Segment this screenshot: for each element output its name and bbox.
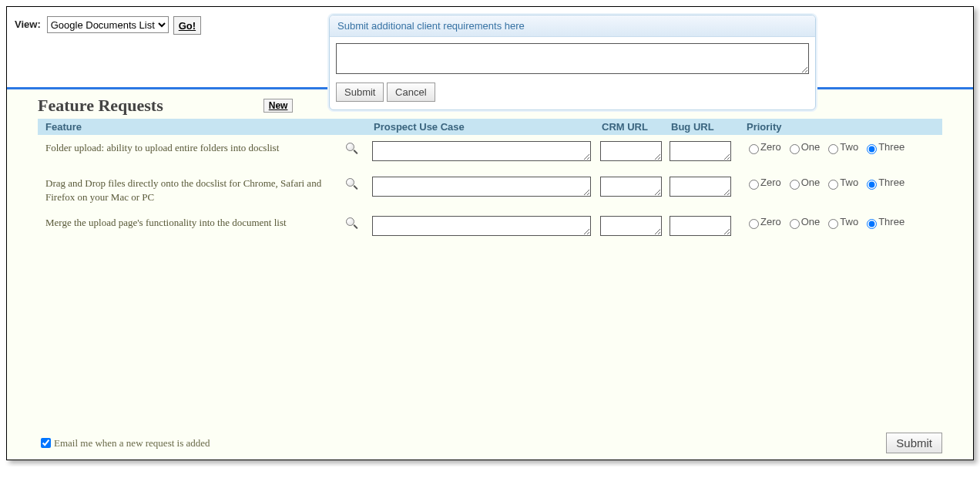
priority-option[interactable]: Zero bbox=[745, 177, 781, 188]
crm-url-input[interactable] bbox=[600, 141, 662, 161]
col-header-feature: Feature bbox=[38, 121, 374, 133]
priority-option[interactable]: One bbox=[786, 216, 821, 227]
feature-text: Drag and Drop files directly onto the do… bbox=[38, 177, 346, 204]
priority-radio[interactable] bbox=[790, 219, 800, 229]
priority-radio[interactable] bbox=[790, 180, 800, 190]
priority-option[interactable]: Two bbox=[824, 177, 858, 188]
submit-button[interactable]: Submit bbox=[886, 433, 942, 453]
table-row: Merge the upload page's functionality in… bbox=[38, 210, 942, 245]
priority-option[interactable]: Zero bbox=[745, 141, 781, 153]
priority-radio[interactable] bbox=[867, 180, 877, 190]
magnify-cell bbox=[346, 141, 372, 158]
priority-radio[interactable] bbox=[749, 144, 759, 154]
table-header: Feature Prospect Use Case CRM URL Bug UR… bbox=[38, 119, 942, 135]
feature-text: Folder upload: ability to upload entire … bbox=[38, 141, 346, 155]
app-frame: View: Google Documents List Go! Submit a… bbox=[6, 6, 974, 460]
email-label: Email me when a new request is added bbox=[54, 437, 210, 450]
priority-radio[interactable] bbox=[867, 219, 877, 229]
priority-radio[interactable] bbox=[790, 144, 800, 154]
col-header-prospect: Prospect Use Case bbox=[374, 121, 602, 133]
prospect-input[interactable] bbox=[372, 177, 591, 197]
magnify-cell bbox=[346, 216, 372, 233]
requirements-panel-title: Submit additional client requirements he… bbox=[330, 15, 815, 37]
go-button[interactable]: Go! bbox=[173, 16, 201, 35]
magnify-icon[interactable] bbox=[346, 217, 358, 230]
priority-radio[interactable] bbox=[749, 219, 759, 229]
requirements-cancel-button[interactable]: Cancel bbox=[387, 82, 435, 102]
priority-option[interactable]: Zero bbox=[745, 216, 781, 227]
page-title: Feature Requests bbox=[38, 96, 163, 116]
magnify-icon[interactable] bbox=[346, 178, 358, 190]
col-header-crm: CRM URL bbox=[602, 121, 671, 133]
crm-url-input[interactable] bbox=[600, 216, 662, 236]
requirements-submit-button[interactable]: Submit bbox=[336, 82, 384, 102]
priority-radio[interactable] bbox=[828, 144, 838, 154]
priority-group: ZeroOneTwoThree bbox=[745, 216, 942, 229]
view-label: View: bbox=[15, 16, 41, 30]
priority-option[interactable]: One bbox=[786, 141, 821, 153]
prospect-input[interactable] bbox=[372, 141, 591, 161]
requirements-panel: Submit additional client requirements he… bbox=[329, 15, 816, 110]
crm-url-input[interactable] bbox=[600, 177, 662, 197]
footer-row: Email me when a new request is added Sub… bbox=[38, 433, 942, 453]
priority-radio[interactable] bbox=[749, 180, 759, 190]
priority-option[interactable]: Two bbox=[824, 141, 858, 153]
priority-option[interactable]: Three bbox=[863, 216, 904, 227]
requirements-panel-body: Submit Cancel bbox=[330, 37, 815, 109]
priority-option[interactable]: One bbox=[786, 177, 821, 188]
magnify-icon[interactable] bbox=[346, 143, 358, 155]
prospect-input[interactable] bbox=[372, 216, 591, 236]
table-row: Folder upload: ability to upload entire … bbox=[38, 135, 942, 170]
priority-group: ZeroOneTwoThree bbox=[745, 141, 942, 154]
priority-radio[interactable] bbox=[828, 219, 838, 229]
email-checkbox[interactable] bbox=[41, 438, 51, 448]
content-area: Feature Requests New Feature Prospect Us… bbox=[7, 89, 973, 460]
priority-group: ZeroOneTwoThree bbox=[745, 177, 942, 190]
table-row: Drag and Drop files directly onto the do… bbox=[38, 170, 942, 210]
bug-url-input[interactable] bbox=[670, 177, 731, 197]
magnify-cell bbox=[346, 177, 372, 194]
requirements-textarea[interactable] bbox=[336, 43, 809, 74]
priority-option[interactable]: Three bbox=[863, 177, 904, 188]
col-header-priority: Priority bbox=[747, 121, 942, 133]
priority-radio[interactable] bbox=[828, 180, 838, 190]
priority-option[interactable]: Three bbox=[863, 141, 904, 153]
bug-url-input[interactable] bbox=[670, 216, 731, 236]
feature-text: Merge the upload page's functionality in… bbox=[38, 216, 346, 230]
bug-url-input[interactable] bbox=[670, 141, 731, 161]
priority-option[interactable]: Two bbox=[824, 216, 858, 227]
col-header-bug: Bug URL bbox=[671, 121, 747, 133]
priority-radio[interactable] bbox=[867, 144, 877, 154]
view-select[interactable]: Google Documents List bbox=[47, 16, 169, 33]
new-button[interactable]: New bbox=[263, 99, 294, 113]
